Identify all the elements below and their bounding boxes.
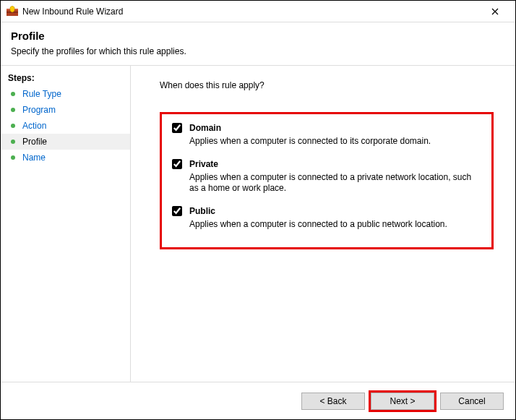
content-panel: When does this rule apply? Domain Applie… bbox=[131, 66, 515, 382]
step-profile[interactable]: Profile bbox=[1, 134, 130, 150]
wizard-header: Profile Specify the profiles for which t… bbox=[1, 22, 515, 66]
step-label: Profile bbox=[22, 137, 47, 147]
close-button[interactable] bbox=[481, 1, 509, 22]
step-label: Program bbox=[22, 105, 56, 115]
window-title: New Inbound Rule Wizard bbox=[22, 7, 481, 17]
profiles-highlight: Domain Applies when a computer is connec… bbox=[160, 112, 494, 249]
back-button[interactable]: < Back bbox=[301, 393, 365, 410]
step-bullet-icon bbox=[11, 124, 15, 128]
checkbox-desc: Applies when a computer is connected to … bbox=[189, 172, 478, 194]
question-text: When does this rule apply? bbox=[160, 80, 501, 90]
step-program[interactable]: Program bbox=[1, 102, 130, 118]
checkbox-label: Domain bbox=[189, 123, 221, 133]
checkbox-row-private[interactable]: Private bbox=[172, 159, 478, 169]
checkbox-row-public[interactable]: Public bbox=[172, 206, 478, 216]
next-button[interactable]: Next > bbox=[371, 393, 434, 410]
firewall-icon bbox=[7, 6, 18, 17]
profile-option-public: Public Applies when a computer is connec… bbox=[172, 206, 478, 231]
checkbox-desc: Applies when a computer is connected to … bbox=[189, 136, 478, 147]
step-label: Name bbox=[22, 153, 46, 163]
wizard-window: New Inbound Rule Wizard Profile Specify … bbox=[0, 0, 516, 420]
titlebar: New Inbound Rule Wizard bbox=[1, 1, 515, 22]
steps-header: Steps: bbox=[1, 70, 130, 86]
step-bullet-icon bbox=[11, 140, 15, 144]
cancel-button[interactable]: Cancel bbox=[440, 393, 504, 410]
wizard-footer: < Back Next > Cancel bbox=[1, 382, 515, 419]
step-bullet-icon bbox=[11, 108, 15, 112]
checkbox-label: Public bbox=[189, 206, 215, 216]
profile-option-domain: Domain Applies when a computer is connec… bbox=[172, 123, 478, 147]
step-action[interactable]: Action bbox=[1, 118, 130, 134]
step-bullet-icon bbox=[11, 155, 15, 160]
checkbox-label: Private bbox=[189, 159, 218, 169]
checkbox-desc: Applies when a computer is connected to … bbox=[189, 219, 478, 231]
step-label: Rule Type bbox=[22, 89, 61, 99]
step-rule-type[interactable]: Rule Type bbox=[1, 86, 130, 102]
page-subtitle: Specify the profiles for which this rule… bbox=[11, 46, 505, 56]
checkbox-row-domain[interactable]: Domain bbox=[172, 123, 478, 133]
profile-option-private: Private Applies when a computer is conne… bbox=[172, 159, 478, 194]
checkbox-domain[interactable] bbox=[172, 123, 182, 133]
checkbox-public[interactable] bbox=[172, 206, 182, 216]
step-name[interactable]: Name bbox=[1, 150, 130, 166]
checkbox-private[interactable] bbox=[172, 159, 182, 169]
step-label: Action bbox=[22, 121, 46, 131]
step-bullet-icon bbox=[11, 92, 15, 96]
wizard-body: Steps: Rule Type Program Action Profile … bbox=[1, 66, 515, 382]
page-title: Profile bbox=[11, 30, 505, 42]
steps-panel: Steps: Rule Type Program Action Profile … bbox=[1, 66, 131, 382]
